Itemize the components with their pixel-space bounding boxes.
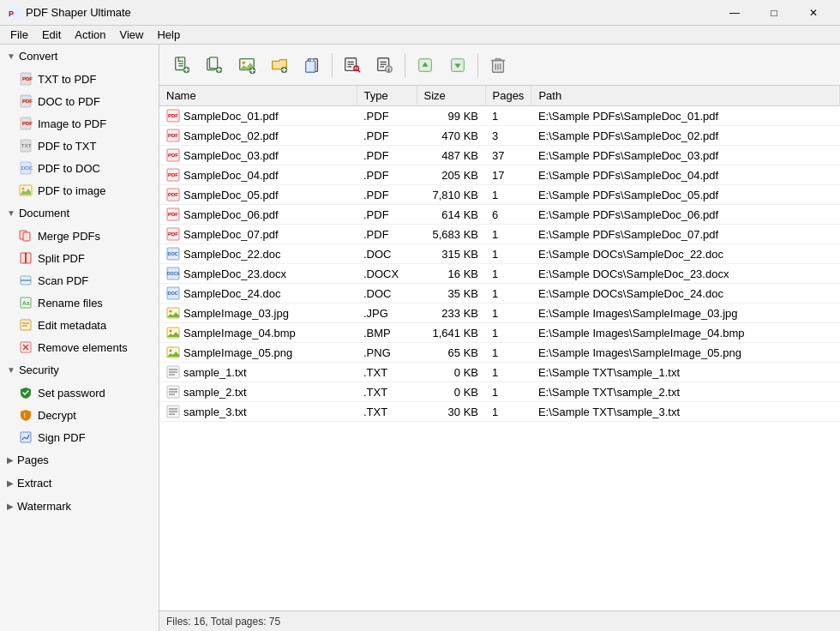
column-name[interactable]: Name [159, 86, 357, 106]
file-name-cell: DOCX SampleDoc_23.docx [159, 264, 357, 284]
add-files-button[interactable] [199, 50, 230, 81]
sidebar-item-scan-pdf[interactable]: Scan PDF [0, 269, 159, 291]
sidebar-item-set-password[interactable]: Set password [0, 382, 159, 404]
sidebar-section-pages[interactable]: ▶ Pages [0, 448, 159, 472]
sidebar-item-pdf-to-image[interactable]: PDF to image [0, 179, 159, 201]
svg-rect-37 [210, 57, 218, 68]
column-type[interactable]: Type [357, 86, 417, 106]
file-name-cell: PDF SampleDoc_04.pdf [159, 165, 357, 185]
main-container: ▼ Convert PDF TXT to PDF PDF DOC to PDF … [0, 45, 840, 631]
table-row[interactable]: DOC SampleDoc_22.doc .DOC 315 KB 1 E:\Sa… [159, 244, 840, 264]
table-row[interactable]: sample_1.txt .TXT 0 KB 1 E:\Sample TXT\s… [159, 363, 840, 382]
menu-edit[interactable]: Edit [35, 27, 68, 43]
file-type-cell: .PDF [357, 106, 417, 126]
table-row[interactable]: sample_2.txt .TXT 0 KB 1 E:\Sample TXT\s… [159, 382, 840, 402]
svg-line-56 [358, 69, 361, 72]
svg-rect-22 [21, 320, 31, 330]
sidebar-item-txt-to-pdf[interactable]: PDF TXT to PDF [0, 68, 159, 90]
table-row[interactable]: SampleImage_03.jpg .JPG 233 KB 1 E:\Samp… [159, 303, 840, 323]
sidebar-section-convert[interactable]: ▼ Convert [0, 45, 159, 68]
file-name-cell: SampleImage_03.jpg [159, 303, 357, 323]
sign-pdf-icon [19, 430, 33, 444]
properties-button[interactable] [369, 50, 400, 81]
sidebar-item-merge-pdfs[interactable]: Merge PDFs [0, 225, 159, 247]
file-name-cell: DOC SampleDoc_22.doc [159, 244, 357, 264]
sidebar-item-sign-pdf[interactable]: Sign PDF [0, 426, 159, 448]
paste-button[interactable] [297, 50, 327, 81]
sidebar-item-pdf-to-txt[interactable]: TXT PDF to TXT [0, 135, 159, 157]
move-up-button[interactable] [410, 50, 441, 81]
svg-point-42 [243, 61, 246, 64]
column-size[interactable]: Size [417, 86, 485, 106]
column-path[interactable]: Path [531, 86, 840, 106]
file-name: SampleDoc_06.pdf [183, 208, 279, 221]
menu-action[interactable]: Action [68, 27, 112, 43]
file-type-cell: .DOC [357, 284, 417, 303]
add-folder-button[interactable] [264, 50, 295, 81]
delete-button[interactable] [483, 50, 513, 81]
table-row[interactable]: PDF SampleDoc_02.pdf .PDF 470 KB 3 E:\Sa… [159, 126, 840, 146]
table-row[interactable]: SampleImage_04.bmp .BMP 1,641 KB 1 E:\Sa… [159, 323, 840, 343]
sidebar-item-pdf-to-doc[interactable]: DOC PDF to DOC [0, 157, 159, 179]
add-image-button[interactable] [231, 50, 262, 81]
close-button[interactable]: ✕ [794, 0, 833, 26]
file-type-icon: DOC [166, 247, 180, 261]
svg-text:PDF: PDF [168, 231, 178, 237]
add-file-button[interactable] [166, 50, 197, 81]
file-type-cell: .TXT [357, 402, 417, 422]
table-row[interactable]: PDF SampleDoc_06.pdf .PDF 614 KB 6 E:\Sa… [159, 205, 840, 225]
table-row[interactable]: PDF SampleDoc_07.pdf .PDF 5,683 KB 1 E:\… [159, 225, 840, 244]
menu-help[interactable]: Help [150, 27, 187, 43]
file-name-cell: sample_3.txt [159, 402, 357, 422]
svg-point-92 [170, 310, 172, 313]
sidebar-item-decrypt[interactable]: ! Decrypt [0, 404, 159, 426]
svg-point-13 [22, 188, 25, 190]
sidebar-section-extract[interactable]: ▶ Extract [0, 472, 159, 495]
file-pages-cell: 1 [485, 284, 531, 303]
column-pages[interactable]: Pages [485, 86, 531, 106]
table-row[interactable]: SampleImage_05.png .PNG 65 KB 1 E:\Sampl… [159, 343, 840, 363]
file-pages-cell: 1 [485, 244, 531, 264]
table-row[interactable]: PDF SampleDoc_05.pdf .PDF 7,810 KB 1 E:\… [159, 185, 840, 205]
sidebar: ▼ Convert PDF TXT to PDF PDF DOC to PDF … [0, 45, 159, 631]
menu-view[interactable]: View [113, 27, 151, 43]
minimize-button[interactable]: — [715, 0, 754, 26]
toolbar-separator [405, 53, 405, 77]
table-row[interactable]: PDF SampleDoc_03.pdf .PDF 487 KB 37 E:\S… [159, 146, 840, 165]
toolbar-separator [477, 53, 478, 77]
sidebar-section-document[interactable]: ▼ Document [0, 201, 159, 225]
pdf-to-txt-icon: TXT [19, 139, 33, 153]
file-type-icon [166, 365, 180, 379]
sidebar-section-watermark[interactable]: ▶ Watermark [0, 495, 159, 518]
sidebar-item-label: Scan PDF [38, 274, 88, 287]
sidebar-item-edit-metadata[interactable]: Edit metadata [0, 314, 159, 336]
svg-text:TXT: TXT [21, 143, 32, 148]
file-size-cell: 0 KB [417, 363, 485, 382]
table-row[interactable]: PDF SampleDoc_04.pdf .PDF 205 KB 17 E:\S… [159, 165, 840, 185]
svg-text:PDF: PDF [22, 99, 33, 104]
maximize-button[interactable]: □ [754, 0, 794, 26]
sidebar-item-image-to-pdf[interactable]: PDF Image to PDF [0, 112, 159, 135]
sidebar-item-split-pdf[interactable]: Split PDF [0, 247, 159, 269]
file-pages-cell: 1 [485, 106, 531, 126]
file-pages-cell: 1 [485, 343, 531, 363]
file-name-cell: DOC SampleDoc_24.doc [159, 284, 357, 303]
table-row[interactable]: sample_3.txt .TXT 30 KB 1 E:\Sample TXT\… [159, 402, 840, 422]
svg-text:PDF: PDF [22, 121, 33, 126]
sidebar-item-doc-to-pdf[interactable]: PDF DOC to PDF [0, 90, 159, 112]
file-name-cell: PDF SampleDoc_03.pdf [159, 146, 357, 165]
sidebar-item-rename-files[interactable]: Aa Rename files [0, 291, 159, 314]
svg-text:PDF: PDF [168, 153, 178, 158]
file-size-cell: 30 KB [417, 402, 485, 422]
table-row[interactable]: DOC SampleDoc_24.doc .DOC 35 KB 1 E:\Sam… [159, 284, 840, 303]
sidebar-item-remove-elements[interactable]: Remove elements [0, 336, 159, 358]
menu-file[interactable]: File [3, 27, 35, 43]
find-button[interactable] [337, 50, 368, 81]
table-row[interactable]: DOCX SampleDoc_23.docx .DOCX 16 KB 1 E:\… [159, 264, 840, 284]
sidebar-section-security[interactable]: ▼ Security [0, 358, 159, 382]
svg-rect-15 [23, 232, 30, 241]
table-row[interactable]: PDF SampleDoc_01.pdf .PDF 99 KB 1 E:\Sam… [159, 106, 840, 126]
sidebar-item-label: PDF to image [38, 184, 105, 197]
app-title: PDF Shaper Ultimate [26, 6, 131, 19]
move-down-button[interactable] [442, 50, 473, 81]
